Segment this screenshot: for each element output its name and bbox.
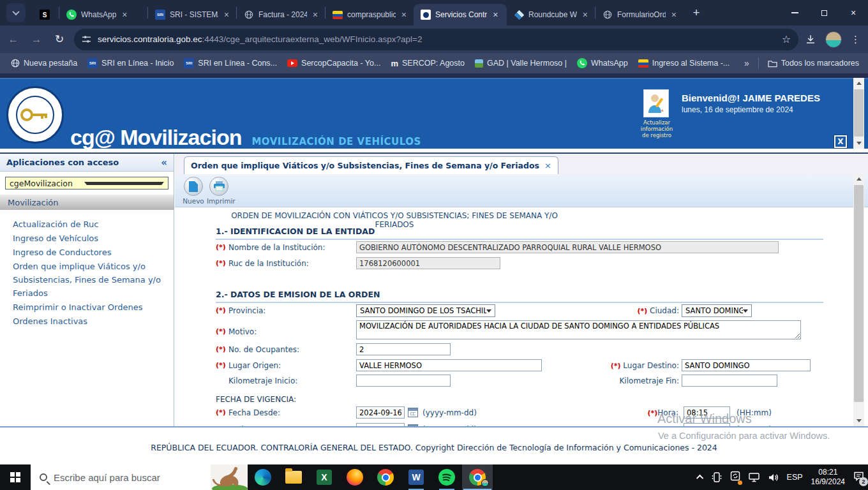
bookmark-nueva-pestana[interactable]: Nueva pestaña [10, 59, 77, 68]
tab-close-icon[interactable]: × [670, 10, 678, 20]
kilometraje-inicio-input[interactable] [356, 375, 451, 387]
scroll-down-button[interactable] [853, 415, 864, 426]
browser-tab-compraspublicas[interactable]: compraspublic × [326, 4, 414, 26]
search-highlight-kangaroo-image[interactable] [211, 464, 248, 490]
tab-close-icon[interactable]: × [223, 10, 230, 20]
search-icon [40, 473, 47, 481]
menu-kebab-icon[interactable]: ⋮ [851, 34, 860, 45]
scrollbar-thumb[interactable] [854, 185, 864, 402]
sidebar-group-movilizacion[interactable]: Movilización [0, 195, 174, 210]
forward-button[interactable]: → [27, 30, 46, 49]
taskbar-spotify-icon[interactable] [431, 464, 462, 490]
taskbar-edge-icon[interactable] [248, 464, 278, 490]
maximize-button[interactable] [809, 0, 839, 26]
download-icon[interactable] [805, 34, 816, 45]
taskbar-file-explorer-icon[interactable] [278, 464, 309, 490]
sidebar-item-orden-viaticos[interactable]: Orden que implique Viáticos y/o Subsiste… [13, 260, 170, 300]
bookmark-label: SRI en Línea - Cons... [198, 59, 277, 68]
scroll-up-button[interactable] [853, 174, 864, 184]
bookmark-gad-valle-hermoso[interactable]: GAD | Valle Hermoso | [475, 59, 567, 68]
taskbar-word-icon[interactable]: W [401, 464, 431, 490]
tab-close-icon[interactable]: × [311, 10, 319, 20]
back-button[interactable]: ← [4, 30, 23, 49]
kilometraje-fin-input[interactable] [682, 375, 777, 387]
provincia-select[interactable]: SANTO DOMINGO DE LOS TSACHILAS [356, 304, 495, 317]
whatsapp-icon [66, 10, 77, 20]
scroll-down-button[interactable] [853, 138, 864, 149]
content-scrollbar[interactable] [853, 174, 864, 426]
new-document-icon [189, 181, 198, 192]
search-input[interactable] [54, 472, 211, 483]
phone-link-icon[interactable] [712, 472, 722, 482]
language-indicator[interactable]: ESP [787, 473, 803, 482]
minimize-button[interactable] [780, 0, 809, 26]
bookmark-star-icon[interactable]: ☆ [777, 33, 791, 45]
bookmark-whatsapp[interactable]: WhatsApp [577, 58, 628, 68]
update-registration-avatar[interactable] [643, 89, 669, 117]
browser-tab-formulario[interactable]: FormularioOrd × [595, 4, 684, 26]
sidebar-item-actualizacion-ruc[interactable]: Actualización de Ruc [13, 218, 170, 231]
address-bar[interactable]: servicios.contraloria.gob.ec:4443/cge_ar… [74, 29, 798, 50]
all-bookmarks-button[interactable]: Todos los marcadores [768, 59, 859, 68]
scrollbar-thumb[interactable] [854, 89, 864, 137]
logout-close-button[interactable]: X [834, 135, 848, 149]
taskbar-excel-icon[interactable]: X [309, 464, 340, 490]
document-tab-row: Orden que implique Viáticos y/o Subsiste… [175, 154, 868, 174]
tab-search-button[interactable] [6, 3, 26, 22]
browser-tab-factura[interactable]: Factura - 2024- × [237, 4, 325, 26]
ciudad-select[interactable]: SANTO DOMINGO [682, 304, 752, 317]
new-tab-button[interactable]: + [687, 4, 705, 22]
header-scrollbar[interactable] [853, 78, 864, 149]
lugar-destino-input[interactable] [682, 359, 811, 371]
bookmark-sercopcapacita[interactable]: SercopCapacita - Yo... [287, 59, 380, 68]
fecha-desde-input[interactable] [356, 406, 405, 419]
taskbar-search[interactable] [31, 464, 248, 490]
reload-button[interactable]: ↻ [50, 30, 69, 49]
network-display-icon[interactable] [749, 473, 760, 482]
lugar-origen-input[interactable] [356, 359, 542, 371]
bookmarks-overflow-button[interactable]: » [744, 58, 749, 68]
sidebar-item-reimprimir-inactivar[interactable]: Reimprimir o Inactivar Ordenes [13, 301, 170, 314]
collapse-sidebar-button[interactable]: « [161, 157, 167, 168]
sidebar-item-ingreso-conductores[interactable]: Ingreso de Conductores [13, 246, 170, 259]
tab-close-icon[interactable]: × [491, 10, 499, 20]
section-datos-emision: 2.- DATOS DE EMISION DE LA ORDEN [216, 290, 823, 303]
site-settings-icon[interactable] [82, 34, 91, 44]
bookmark-ingreso-sistema[interactable]: Ingreso al Sistema -... [638, 59, 730, 68]
clock[interactable]: 08:21 16/9/2024 [811, 468, 845, 487]
notification-center-icon[interactable]: 2 [853, 471, 864, 484]
start-button[interactable] [0, 464, 31, 490]
update-status-icon[interactable] [730, 471, 740, 484]
taskbar-chrome-active-icon[interactable] [462, 464, 493, 490]
tab-close-icon[interactable]: × [400, 10, 408, 20]
browser-tab-whatsapp[interactable]: WhatsApp × [59, 4, 147, 26]
taskbar-chrome-icon[interactable] [370, 464, 401, 490]
document-tab-orden[interactable]: Orden que implique Viáticos y/o Subsiste… [184, 156, 558, 174]
browser-tab-sri[interactable]: SRI SRI - SISTEMA D × [148, 4, 236, 26]
tab-close-icon[interactable]: × [121, 10, 128, 20]
scroll-up-button[interactable] [853, 78, 864, 89]
nuevo-button[interactable]: Nuevo [181, 177, 206, 205]
sidebar-item-ordenes-inactivas[interactable]: Ordenes Inactivas [13, 315, 170, 328]
bookmark-label: WhatsApp [591, 59, 628, 68]
calendar-icon[interactable] [408, 408, 418, 417]
browser-tab-roundcube[interactable]: Roundcube We × [507, 4, 595, 26]
speaker-icon[interactable] [768, 473, 779, 482]
whatsapp-icon [577, 58, 587, 68]
imprimir-button[interactable]: Imprimir [207, 177, 231, 205]
sidebar-item-ingreso-vehiculos[interactable]: Ingreso de Vehículos [13, 232, 170, 245]
document-tab-close-icon[interactable]: × [544, 161, 551, 170]
bookmark-sercop-agosto[interactable]: m SERCOP: Agosto [391, 59, 465, 68]
bookmark-sri-consultas[interactable]: SRI SRI en Línea - Cons... [184, 58, 277, 68]
ocupantes-input[interactable] [356, 343, 451, 355]
browser-tab-s[interactable]: S [29, 4, 59, 26]
tray-chevron-up-icon[interactable] [696, 475, 703, 482]
bookmark-sri-inicio[interactable]: SRI SRI en Línea - Inicio [87, 58, 174, 68]
application-select[interactable]: cgeMovilizacion [5, 177, 168, 189]
close-window-button[interactable]: × [839, 0, 868, 26]
profile-avatar[interactable] [825, 31, 842, 48]
taskbar-firefox-icon[interactable] [340, 464, 370, 490]
motivo-textarea[interactable]: MOVILIZACIÓN DE AUTORIDADES HACIA LA CIU… [356, 320, 801, 339]
tab-close-icon[interactable]: × [581, 10, 589, 20]
browser-tab-servicios-active[interactable]: Servicios Contr × [414, 4, 507, 26]
